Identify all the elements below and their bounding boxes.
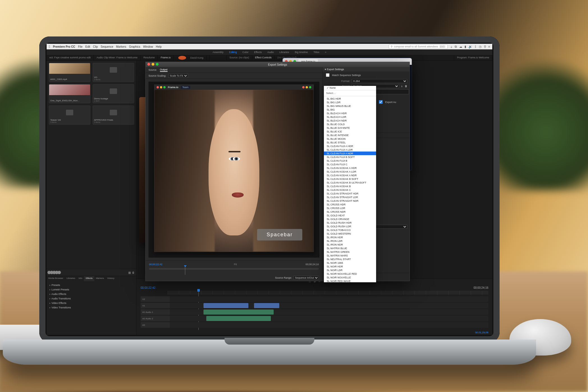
player-canvas[interactable]: Spacebar: [154, 90, 314, 252]
track-lane[interactable]: [170, 322, 488, 328]
effects-category[interactable]: Presets: [49, 283, 134, 287]
save-preset-icon[interactable]: ⤓: [401, 85, 403, 88]
track-header[interactable]: V1: [141, 303, 170, 308]
effects-category[interactable]: Audio Effects: [49, 292, 134, 296]
preset-option[interactable]: SL MATRIX GREEN: [324, 250, 376, 254]
preset-option[interactable]: SL GOLD RUSH LDR: [324, 224, 376, 228]
preset-option[interactable]: SL BLEACH NDR: [324, 119, 376, 122]
project-bin[interactable]: VO3 items: [93, 63, 134, 82]
app-name[interactable]: Premiere Pro CC: [53, 45, 75, 48]
preset-option[interactable]: SL NOIR HDR: [324, 265, 376, 268]
frameio-user[interactable]: David Kong: [175, 55, 210, 60]
wifi-icon[interactable]: ⏚: [450, 45, 452, 48]
battery-icon[interactable]: ▮: [465, 45, 466, 49]
lower-tab-libraries[interactable]: Libraries: [65, 276, 77, 281]
preset-option[interactable]: SL CROSS HDR: [324, 203, 376, 206]
notification-icon[interactable]: ≡: [488, 45, 490, 48]
mac-menu-markers[interactable]: Markers: [116, 45, 126, 48]
preset-option[interactable]: SL CLEAN FUJI B SOFT: [324, 155, 376, 159]
workspace-color[interactable]: Color: [242, 51, 249, 54]
preset-option[interactable]: SL GOLD WESTERN: [324, 232, 376, 235]
tab-resolume[interactable]: Resolume: [141, 55, 158, 60]
preset-option[interactable]: SL NOIR NOUVELLE RED: [324, 272, 376, 276]
preset-option[interactable]: SL NOIR NOUVELLE: [324, 276, 376, 279]
preset-select-header[interactable]: Select…: [324, 91, 376, 95]
close-icon[interactable]: [302, 86, 305, 88]
workspace-libraries[interactable]: Libraries: [280, 51, 289, 54]
cloud-icon[interactable]: ☁: [459, 45, 462, 49]
preset-option[interactable]: SL IRON HDR: [324, 235, 376, 239]
preset-option[interactable]: SL CLEAN STRAIGHT NDR: [324, 199, 376, 203]
trash-icon[interactable]: 🗑: [132, 271, 135, 274]
tab-source[interactable]: Source: (no clips): [227, 55, 252, 60]
timeline-clip[interactable]: [203, 303, 248, 308]
project-bin[interactable]: Demo footage1 item: [93, 84, 134, 103]
scrub-out-timecode[interactable]: 00;00;24;16: [305, 263, 319, 266]
preset-option[interactable]: SL MATRIX BLUE: [324, 246, 376, 250]
volume-icon[interactable]: 🔊: [468, 45, 472, 49]
preset-option[interactable]: SL IRON NDR: [324, 243, 376, 246]
preset-option[interactable]: SL MATRIX MARS: [324, 254, 376, 257]
preset-option[interactable]: SL BIG HDR: [324, 97, 376, 100]
preset-option[interactable]: SL BLEACH HDR: [324, 111, 376, 115]
track-lane[interactable]: [170, 316, 488, 321]
preset-option[interactable]: SL BLUE STEEL: [324, 141, 376, 144]
preset-option[interactable]: SL CLEAN FUJI C: [324, 162, 376, 166]
collaborator-avatars[interactable]: [48, 271, 61, 274]
track-header[interactable]: A1 Audio 1: [141, 309, 170, 315]
preset-option[interactable]: SL CLEAN KODAK B ULTRASOFT: [324, 181, 376, 184]
preset-option[interactable]: SL CLEAN KODAK A NDR: [324, 173, 376, 177]
export-titlebar[interactable]: Export Settings: [146, 62, 409, 67]
preset-option[interactable]: SL CLEAN STRAIGHT HDR: [324, 192, 376, 195]
export-audio-checkbox[interactable]: [379, 100, 383, 104]
minimize-icon[interactable]: [306, 86, 308, 88]
minimize-icon[interactable]: [160, 86, 162, 88]
tab-project[interactable]: ect: Fxye creative summit promo edit: [47, 55, 94, 60]
preset-option[interactable]: SL BLUE MOON: [324, 137, 376, 141]
preset-option[interactable]: SL CLEAN KODAK A LDR: [324, 170, 376, 173]
lower-tab-history[interactable]: History: [106, 276, 116, 281]
timeline-playhead-timecode[interactable]: 00;00;22;42: [141, 286, 155, 289]
track-lane[interactable]: [170, 309, 488, 315]
apple-icon[interactable]: : [49, 45, 50, 49]
workspace-assembly[interactable]: Assembly: [212, 51, 223, 54]
mac-menu-help[interactable]: Help: [156, 45, 162, 48]
mac-menu-window[interactable]: Window: [143, 45, 153, 48]
format-select[interactable]: H.264: [352, 79, 407, 83]
preset-option[interactable]: SL NOIR LDR: [324, 268, 376, 272]
preset-option[interactable]: SL CLEAN KODAK C: [324, 188, 376, 192]
preset-dropdown-menu[interactable]: None Select… SL BIG HDRSL BIG LDRSL BIG …: [324, 86, 376, 282]
match-sequence-checkbox[interactable]: [326, 73, 330, 77]
zoom-icon[interactable]: [309, 86, 311, 88]
timeline-clip[interactable]: [203, 310, 274, 315]
lower-tab-markers[interactable]: Markers: [94, 276, 106, 281]
tab-source[interactable]: Source: [148, 68, 157, 71]
preset-option[interactable]: SL CLEAN STRAIGHT LDR: [324, 195, 376, 199]
preset-option[interactable]: SL NEUTRAL START: [324, 257, 376, 261]
timeline-clip[interactable]: [206, 316, 271, 321]
effects-category[interactable]: Lumetri Presets: [49, 287, 134, 292]
frameio-player-overlay[interactable]: Frame.io Team: [154, 84, 314, 252]
zoom-icon[interactable]: [156, 63, 159, 66]
preset-option[interactable]: SL BIG LDR: [324, 100, 376, 104]
track-header[interactable]: A3: [141, 322, 170, 328]
workspace-effects[interactable]: Effects: [254, 51, 262, 54]
source-range-select[interactable]: Sequence In/Out: [294, 276, 319, 280]
effects-category[interactable]: Video Effects: [49, 301, 134, 305]
player-team-label[interactable]: Team: [181, 86, 190, 89]
tab-output[interactable]: Output: [160, 68, 168, 72]
preset-option[interactable]: SL NOIR RED WAVE: [324, 279, 376, 282]
mac-menu-file[interactable]: File: [78, 45, 83, 48]
preset-option[interactable]: SL BLUE INTENSE: [324, 133, 376, 137]
workspace-titles[interactable]: Titles: [314, 51, 319, 54]
track-header[interactable]: V2: [141, 296, 170, 302]
preset-option-none[interactable]: None: [324, 86, 376, 90]
preset-option[interactable]: SL NOIR 1965: [324, 261, 376, 265]
delete-preset-icon[interactable]: 🗑: [405, 85, 407, 88]
spotlight-icon[interactable]: ⚲: [484, 45, 486, 49]
tab-frameio[interactable]: Frame.io: [158, 55, 174, 60]
scrub-track[interactable]: [149, 268, 319, 270]
lower-tab-media-browser[interactable]: Media Browser: [47, 276, 65, 281]
preset-option[interactable]: SL GOLD HEAT: [324, 214, 376, 217]
clock-icon[interactable]: ◷: [479, 45, 482, 49]
